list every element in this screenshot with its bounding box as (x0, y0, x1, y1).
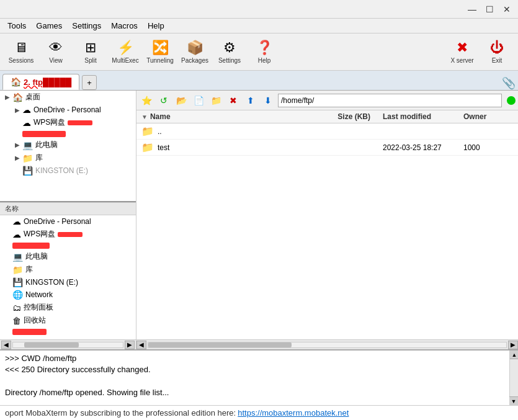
tree-item-kingston2[interactable]: 💾 KINGSTON (E:) (0, 276, 136, 288)
sessions-button[interactable]: 🖥 Sessions (5, 36, 37, 68)
tree-item-onedrive[interactable]: ▶ ☁ OneDrive - Personal (0, 104, 136, 116)
expander-ku: ▶ (12, 154, 22, 161)
left-tree-section1: ▶ 🏠 桌面 ▶ ☁ OneDrive - Personal ☁ WPS网盘 (0, 91, 136, 202)
tree-item-kingston[interactable]: 💾 KINGSTON (E:) (0, 164, 136, 177)
left-scroll-thumb (24, 342, 79, 347)
right-panel: ⭐ ↺ 📂 📄 📁 ✖ ⬆ ⬇ ▼ Name Size (KB) Last mo… (136, 91, 518, 349)
desktop-label: 桌面 (25, 92, 40, 102)
xserver-icon: ✖ (457, 40, 468, 56)
tab-bar: 🏠 2. ftp█████ + 📎 (0, 71, 518, 91)
menu-bar: Tools Games Settings Macros Help (0, 19, 518, 34)
left-scroll-right-arrow[interactable]: ▶ (125, 341, 135, 349)
split-label: Split (84, 57, 96, 64)
file-row-parent[interactable]: 📁 .. (136, 123, 518, 140)
onedrive-label: OneDrive - Personal (33, 105, 101, 114)
tunneling-button[interactable]: 🔀 Tunneling (144, 36, 176, 68)
ku-icon: 📁 (22, 153, 33, 163)
right-hscrollbar[interactable]: ◀ ▶ (136, 339, 518, 349)
tab-ftp[interactable]: 🏠 2. ftp█████ (2, 74, 79, 90)
tab-add-button[interactable]: + (82, 75, 97, 90)
tree-item-thispc[interactable]: ▶ 💻 此电脑 (0, 138, 136, 151)
expander-kingston (12, 168, 22, 174)
thispc-label: 此电脑 (35, 140, 58, 150)
minimize-button[interactable]: — (463, 3, 481, 16)
tab-home-icon: 🏠 (11, 77, 21, 87)
left-hscrollbar[interactable]: ◀ ▶ (0, 339, 136, 349)
tree-item-ku2[interactable]: 📁 库 (0, 263, 136, 276)
right-scroll-left-arrow[interactable]: ◀ (136, 341, 146, 349)
maximize-button[interactable]: ☐ (481, 3, 498, 16)
file-row-test[interactable]: 📁 test 2022-03-25 18:27 1000 (136, 140, 518, 156)
new-folder-button[interactable]: 📁 (208, 93, 223, 108)
packages-label: Packages (181, 57, 208, 64)
toolbar: 🖥 Sessions 👁 View ⊞ Split ⚡ MultiExec 🔀 … (0, 34, 518, 71)
tree-item-desktop[interactable]: ▶ 🏠 桌面 (0, 91, 136, 104)
main-area: ▶ 🏠 桌面 ▶ ☁ OneDrive - Personal ☁ WPS网盘 (0, 91, 518, 349)
tree-item-redacted2 (0, 241, 136, 250)
cancel-button[interactable]: ✖ (226, 93, 241, 108)
split-button[interactable]: ⊞ Split (74, 36, 107, 68)
path-input[interactable] (278, 94, 502, 107)
view-icon: 👁 (49, 40, 63, 56)
bookmark-button[interactable]: ⭐ (139, 93, 154, 108)
exit-button[interactable]: ⏻ Exit (481, 36, 513, 68)
expander-desktop: ▶ (2, 94, 12, 101)
menu-tools[interactable]: Tools (2, 20, 31, 32)
left-scroll-left-arrow[interactable]: ◀ (1, 341, 11, 349)
status-indicator (507, 96, 516, 105)
tree-item-ku[interactable]: ▶ 📁 库 (0, 151, 136, 164)
desktop-icon: 🏠 (12, 92, 23, 102)
exit-label: Exit (492, 57, 502, 64)
header-size[interactable]: Size (KB) (308, 112, 370, 121)
header-owner[interactable]: Owner (463, 112, 513, 121)
thispc-icon: 💻 (22, 140, 33, 150)
file-list-header[interactable]: ▼ Name Size (KB) Last modified Owner (136, 110, 518, 123)
multiexec-button[interactable]: ⚡ MultiExec (109, 36, 141, 68)
sessions-icon: 🖥 (14, 40, 28, 56)
upload-button[interactable]: ⬆ (243, 93, 258, 108)
help-button[interactable]: ❓ Help (248, 36, 280, 68)
packages-button[interactable]: 📦 Packages (179, 36, 211, 68)
onedrive-icon: ☁ (22, 105, 31, 115)
right-scroll-track[interactable] (148, 342, 507, 348)
promo-link[interactable]: https://mobaxterm.mobatek.net (238, 408, 349, 418)
wps-label: WPS网盘 (33, 117, 65, 128)
view-button[interactable]: 👁 View (40, 36, 72, 68)
tree-item-thispc2[interactable]: 💻 此电脑 (0, 250, 136, 263)
tree-item-onedrive2[interactable]: ☁ OneDrive - Personal (0, 215, 136, 228)
right-scroll-right-arrow[interactable]: ▶ (508, 341, 518, 349)
right-toolbar: ⭐ ↺ 📂 📄 📁 ✖ ⬆ ⬇ (136, 91, 518, 110)
menu-settings[interactable]: Settings (67, 20, 106, 32)
close-button[interactable]: ✕ (498, 3, 516, 16)
terminal-scrollbar[interactable]: ▲ ▼ (509, 351, 518, 405)
header-name[interactable]: Name (150, 112, 308, 121)
open-folder-button[interactable]: 📂 (174, 93, 189, 108)
parent-folder-icon: 📁 (141, 125, 154, 137)
tree-item-controlpanel[interactable]: 🗂 控制面板 (0, 301, 136, 314)
terminal-line-2: <<< 250 Directory successfully changed. (5, 364, 506, 375)
xserver-button[interactable]: ✖ X server (446, 36, 478, 68)
tree-item-redacted1 (0, 129, 136, 138)
tree-item-redacted3 (0, 327, 136, 336)
menu-help[interactable]: Help (143, 20, 169, 32)
download-button[interactable]: ⬇ (261, 93, 275, 108)
refresh-button[interactable]: ↺ (156, 93, 171, 108)
left-scroll-track[interactable] (12, 342, 123, 348)
terminal-scroll-up-arrow[interactable]: ▲ (510, 351, 518, 359)
new-file-button[interactable]: 📄 (191, 93, 206, 108)
kingston-icon: 💾 (22, 166, 33, 176)
file-list: 📁 .. 📁 test 2022-03-25 18:27 1000 (136, 123, 518, 339)
terminal-content: >>> CWD /home/ftp <<< 250 Directory succ… (0, 351, 518, 405)
tree-item-wps[interactable]: ☁ WPS网盘 (0, 116, 136, 129)
header-modified[interactable]: Last modified (370, 112, 463, 121)
settings-button[interactable]: ⚙ Settings (213, 36, 246, 68)
menu-games[interactable]: Games (31, 20, 67, 32)
terminal-scroll-down-arrow[interactable]: ▼ (509, 396, 518, 405)
title-bar: — ☐ ✕ (0, 0, 518, 19)
tree-item-wps2[interactable]: ☁ WPS网盘 (0, 228, 136, 241)
right-scroll-thumb (148, 342, 292, 347)
menu-macros[interactable]: Macros (106, 20, 143, 32)
tree-item-network[interactable]: 🌐 Network (0, 288, 136, 301)
tree-item-recycle[interactable]: 🗑 回收站 (0, 314, 136, 327)
kingston-label: KINGSTON (E:) (35, 166, 88, 175)
